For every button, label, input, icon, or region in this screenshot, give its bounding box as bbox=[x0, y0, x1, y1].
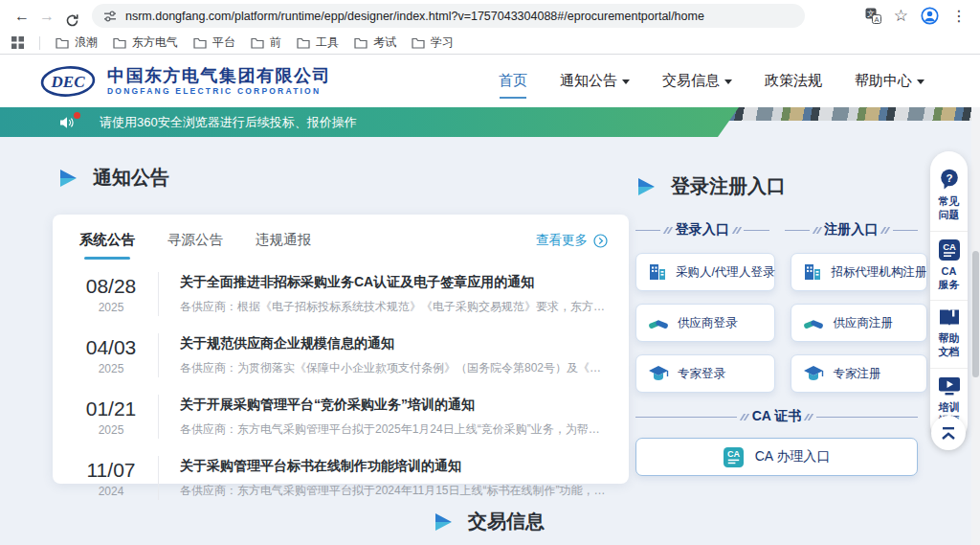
graduation-cap-icon bbox=[803, 365, 824, 382]
menu-icon[interactable]: ⋮ bbox=[951, 0, 967, 32]
sidebar-item-ca-service[interactable]: CA服务 bbox=[930, 231, 968, 301]
dec-logo-icon: DEC bbox=[40, 64, 96, 99]
bookmark-label: 东方电气 bbox=[132, 34, 178, 51]
sidebar-item-label: CA服务 bbox=[938, 264, 961, 292]
scrollbar-thumb[interactable] bbox=[972, 251, 979, 377]
training-video-icon bbox=[938, 376, 961, 397]
bookmark-item[interactable]: 考试 bbox=[354, 34, 396, 51]
tab-violation-reports[interactable]: 违规通报 bbox=[256, 231, 311, 260]
graduation-cap-icon bbox=[648, 365, 669, 382]
building-icon bbox=[648, 263, 667, 281]
back-to-top-button[interactable] bbox=[931, 416, 966, 450]
notices-tabs: 系统公告 寻源公告 违规通报 查看更多 bbox=[53, 215, 629, 260]
sidebar-item-label: 常见问题 bbox=[938, 194, 961, 222]
bookmark-label: 平台 bbox=[212, 34, 235, 51]
bookmark-label: 学习 bbox=[431, 34, 454, 51]
sidebar-item-faq[interactable]: ? 常见问题 bbox=[930, 160, 968, 231]
notice-row[interactable]: 01/212025 关于开展采购管理平台“竞价采购业务”培训的通知各供应商：东方… bbox=[76, 386, 610, 447]
bookmark-item[interactable]: 平台 bbox=[193, 34, 235, 51]
expert-login-button[interactable]: 专家登录 bbox=[635, 354, 775, 393]
trade-section-title: 交易信息 bbox=[468, 509, 545, 534]
notice-title[interactable]: 关于规范供应商企业规模信息的通知 bbox=[180, 335, 610, 352]
nav-trade-info[interactable]: 交易信息 bbox=[662, 55, 732, 107]
bookmark-item[interactable]: 前 bbox=[251, 34, 281, 51]
tune-icon bbox=[103, 10, 117, 23]
button-label: 供应商登录 bbox=[678, 315, 738, 331]
notice-row[interactable]: 11/072024 关于采购管理平台标书在线制作功能培训的通知各供应商：东方电气… bbox=[76, 447, 610, 509]
notice-list: 08/282025 关于全面推进非招标采购业务CA认证及电子签章应用的通知各供应… bbox=[53, 260, 629, 509]
section-arrow-icon bbox=[635, 176, 657, 197]
notice-row[interactable]: 08/282025 关于全面推进非招标采购业务CA认证及电子签章应用的通知各供应… bbox=[76, 263, 610, 325]
back-icon[interactable]: ← bbox=[10, 0, 34, 32]
folder-icon bbox=[113, 37, 126, 49]
sidebar-item-help-docs[interactable]: 帮助文档 bbox=[930, 300, 968, 368]
tab-sourcing-notices[interactable]: 寻源公告 bbox=[167, 231, 223, 260]
login-section-title: 登录注册入口 bbox=[671, 173, 786, 199]
supplier-register-button[interactable]: 供应商注册 bbox=[791, 304, 927, 342]
ca-apply-button[interactable]: CA 办理入口 bbox=[635, 438, 918, 476]
chevron-down-icon bbox=[622, 79, 630, 84]
ca-group-label: CA 证书 bbox=[635, 408, 918, 425]
login-register-panel: 登录入口 注册入口 采购人/代理人登录 招标代理机构注册 供应商登录 供应商注册… bbox=[635, 221, 918, 476]
browser-chrome: ← → nsrm.dongfang.com/platform/runtime/e… bbox=[0, 0, 980, 55]
apps-grid-icon[interactable] bbox=[11, 36, 24, 49]
expert-register-button[interactable]: 专家注册 bbox=[791, 354, 927, 393]
quick-access-sidebar: ? 常见问题 CA服务 帮助文档 培训视频 bbox=[930, 151, 968, 443]
handshake-icon bbox=[648, 315, 669, 330]
forward-icon[interactable]: → bbox=[34, 0, 59, 32]
nav-policies[interactable]: 政策法规 bbox=[765, 55, 822, 107]
bookmark-star-icon[interactable]: ☆ bbox=[894, 0, 908, 32]
view-more-link[interactable]: 查看更多 bbox=[536, 231, 608, 249]
folder-icon bbox=[412, 37, 425, 49]
dec-logo-text: DEC bbox=[51, 73, 86, 91]
speaker-icon bbox=[59, 116, 75, 129]
folder-icon bbox=[193, 37, 207, 49]
notice-date: 04/032025 bbox=[76, 336, 146, 375]
notice-title[interactable]: 关于开展采购管理平台“竞价采购业务”培训的通知 bbox=[180, 397, 610, 414]
translate-icon[interactable]: 文 A bbox=[865, 8, 881, 24]
supplier-login-button[interactable]: 供应商登录 bbox=[635, 304, 775, 342]
bidding-agency-register-button[interactable]: 招标代理机构注册 bbox=[791, 253, 927, 291]
back-to-top-icon bbox=[940, 426, 957, 441]
purchaser-login-button[interactable]: 采购人/代理人登录 bbox=[635, 253, 775, 291]
trade-section-header: 交易信息 bbox=[433, 509, 545, 534]
help-doc-icon bbox=[938, 308, 961, 328]
chevron-down-icon bbox=[724, 79, 732, 84]
bookmark-item[interactable]: 东方电气 bbox=[113, 34, 178, 51]
scrollbar-track[interactable] bbox=[971, 107, 980, 545]
profile-avatar-icon[interactable] bbox=[921, 7, 939, 25]
button-label: 专家登录 bbox=[678, 366, 725, 382]
url-bar[interactable]: nsrm.dongfang.com/platform/runtime/epp/d… bbox=[92, 4, 805, 28]
notice-row[interactable]: 04/032025 关于规范供应商企业规模信息的通知各供应商：为贯彻落实《保障中… bbox=[76, 325, 610, 386]
tab-system-notices[interactable]: 系统公告 bbox=[79, 231, 135, 260]
bookmark-item[interactable]: 工具 bbox=[297, 34, 339, 51]
button-label: 供应商注册 bbox=[833, 315, 893, 331]
chevron-down-icon bbox=[917, 79, 924, 84]
notice-title[interactable]: 关于采购管理平台标书在线制作功能培训的通知 bbox=[180, 458, 610, 475]
notice-title[interactable]: 关于全面推进非招标采购业务CA认证及电子签章应用的通知 bbox=[180, 274, 610, 291]
company-name-en: DONGFANG ELECTRIC CORPORATION bbox=[107, 86, 331, 96]
notice-desc: 各供应商：为贯彻落实《保障中小企业款项支付条例》（国务院令第802号）及《中小企… bbox=[180, 360, 610, 376]
notice-date: 11/072024 bbox=[76, 459, 146, 498]
folder-icon bbox=[251, 37, 264, 49]
ca-badge-icon bbox=[724, 447, 744, 467]
notice-date: 08/282025 bbox=[76, 275, 146, 314]
nav-notices[interactable]: 通知公告 bbox=[560, 55, 630, 107]
company-logo[interactable]: DEC 中国东方电气集团有限公司 DONGFANG ELECTRIC CORPO… bbox=[40, 64, 331, 99]
building-icon bbox=[803, 263, 822, 281]
nav-home[interactable]: 首页 bbox=[499, 55, 527, 107]
nav-label: 首页 bbox=[499, 72, 527, 90]
bookmark-label: 浪潮 bbox=[75, 34, 98, 51]
company-name-cn: 中国东方电气集团有限公司 bbox=[107, 66, 331, 86]
notices-section-header: 通知公告 bbox=[57, 165, 169, 191]
bookmark-item[interactable]: 学习 bbox=[412, 34, 454, 51]
button-label: CA 办理入口 bbox=[755, 448, 831, 466]
bookmark-label: 前 bbox=[270, 34, 281, 51]
section-arrow-icon bbox=[433, 511, 454, 533]
nav-help-center[interactable]: 帮助中心 bbox=[855, 55, 924, 107]
bookmark-item[interactable]: 浪潮 bbox=[56, 34, 98, 51]
refresh-icon[interactable] bbox=[59, 5, 84, 28]
nav-label: 帮助中心 bbox=[855, 72, 912, 90]
notices-section-title: 通知公告 bbox=[93, 165, 169, 191]
notice-desc: 各供应商：东方电气采购管理平台拟于2025年1月24日上线“竞价采购”业务，为帮… bbox=[180, 421, 610, 438]
